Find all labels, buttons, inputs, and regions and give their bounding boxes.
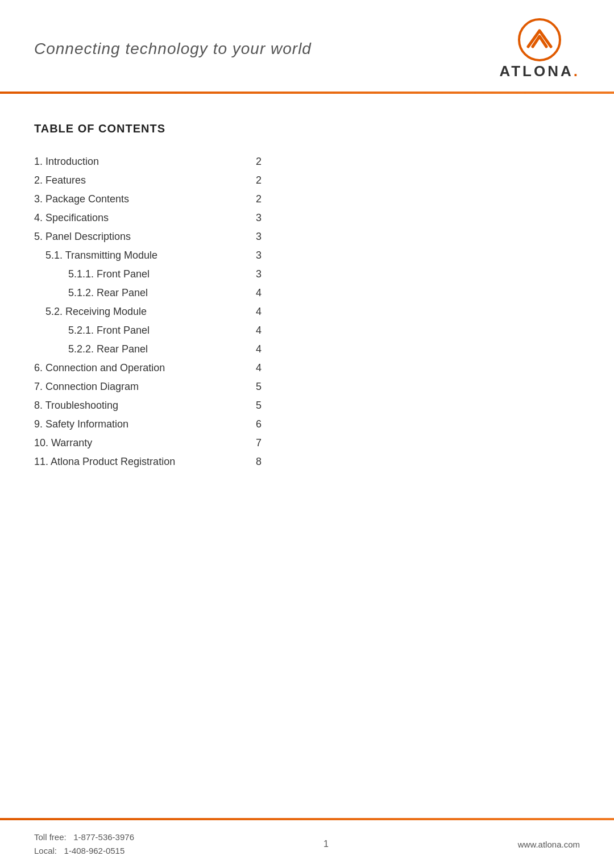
toc-table: 1. Introduction22. Features23. Package C… — [34, 152, 262, 471]
toc-item-page: 5 — [244, 381, 262, 393]
toc-item-page: 4 — [244, 325, 262, 337]
local-label: Local: — [34, 846, 57, 855]
toc-row: 3. Package Contents2 — [34, 190, 262, 209]
toc-item-label: 5.1.2. Rear Panel — [34, 287, 244, 299]
svg-point-0 — [519, 19, 560, 60]
toc-item-page: 5 — [244, 400, 262, 412]
toc-item-label: 5.2.2. Rear Panel — [34, 343, 244, 355]
toll-free-number: 1-877-536-3976 — [73, 832, 134, 842]
toc-item-label: 2. Features — [34, 175, 244, 186]
toc-item-label: 5.1. Transmitting Module — [34, 250, 244, 261]
toc-row: 5.1. Transmitting Module3 — [34, 246, 262, 265]
toc-item-page: 3 — [244, 212, 262, 224]
toc-item-label: 11. Atlona Product Registration — [34, 456, 244, 468]
logo-name: ATLONA — [499, 63, 573, 80]
footer: Toll free: 1-877-536-3976 Local: 1-408-9… — [0, 820, 614, 868]
toc-row: 5.1.1. Front Panel3 — [34, 265, 262, 284]
toc-item-page: 3 — [244, 268, 262, 280]
tagline-text: Connecting technology to your world — [34, 40, 312, 57]
toc-row: 10. Warranty7 — [34, 434, 262, 452]
toc-row: 5.2.2. Rear Panel4 — [34, 340, 262, 359]
local-number: 1-408-962-0515 — [64, 846, 125, 855]
toc-item-page: 2 — [244, 156, 262, 168]
toc-item-label: 6. Connection and Operation — [34, 362, 244, 374]
toc-row: 7. Connection Diagram5 — [34, 377, 262, 396]
footer-page-number: 1 — [323, 839, 329, 849]
header-tagline: Connecting technology to your world — [34, 40, 312, 58]
toll-free-line: Toll free: 1-877-536-3976 — [34, 830, 134, 844]
toc-row: 4. Specifications3 — [34, 209, 262, 227]
toc-item-page: 4 — [244, 362, 262, 374]
toc-row: 9. Safety Information6 — [34, 415, 262, 434]
toc-item-page: 7 — [244, 437, 262, 449]
toll-free-label: Toll free: — [34, 832, 67, 842]
main-content: TABLE OF CONTENTS 1. Introduction22. Fea… — [0, 94, 614, 818]
toc-item-page: 4 — [244, 343, 262, 355]
toc-item-page: 8 — [244, 456, 262, 468]
toc-item-page: 4 — [244, 287, 262, 299]
header: Connecting technology to your world ATLO… — [0, 0, 614, 92]
toc-item-page: 4 — [244, 306, 262, 318]
atlona-logo-icon — [517, 17, 562, 63]
local-line: Local: 1-408-962-0515 — [34, 844, 134, 858]
toc-row: 11. Atlona Product Registration8 — [34, 452, 262, 471]
toc-row: 5.2. Receiving Module4 — [34, 302, 262, 321]
toc-row: 6. Connection and Operation4 — [34, 359, 262, 377]
toc-item-label: 9. Safety Information — [34, 418, 244, 430]
toc-row: 5.1.2. Rear Panel4 — [34, 284, 262, 302]
toc-row: 5. Panel Descriptions3 — [34, 227, 262, 246]
toc-item-page: 6 — [244, 418, 262, 430]
logo-text: ATLONA. — [499, 63, 580, 80]
toc-row: 5.2.1. Front Panel4 — [34, 321, 262, 340]
logo-area: ATLONA. — [499, 17, 580, 80]
footer-contact: Toll free: 1-877-536-3976 Local: 1-408-9… — [34, 830, 134, 858]
toc-item-label: 4. Specifications — [34, 212, 244, 224]
toc-row: 1. Introduction2 — [34, 152, 262, 171]
toc-title: TABLE OF CONTENTS — [34, 122, 580, 135]
toc-row: 2. Features2 — [34, 171, 262, 190]
toc-item-label: 5.2. Receiving Module — [34, 306, 244, 318]
toc-item-page: 3 — [244, 231, 262, 243]
toc-item-label: 3. Package Contents — [34, 193, 244, 205]
footer-website: www.atlona.com — [518, 840, 580, 849]
page: Connecting technology to your world ATLO… — [0, 0, 614, 868]
logo-text-area: ATLONA. — [499, 63, 580, 80]
toc-row: 8. Troubleshooting5 — [34, 396, 262, 415]
logo-dot: . — [574, 63, 580, 80]
toc-item-label: 5.2.1. Front Panel — [34, 325, 244, 337]
toc-item-label: 5. Panel Descriptions — [34, 231, 244, 243]
toc-item-label: 1. Introduction — [34, 156, 244, 168]
toc-item-page: 2 — [244, 175, 262, 186]
toc-item-page: 3 — [244, 250, 262, 261]
toc-item-page: 2 — [244, 193, 262, 205]
toc-item-label: 10. Warranty — [34, 437, 244, 449]
toc-item-label: 5.1.1. Front Panel — [34, 268, 244, 280]
toc-item-label: 8. Troubleshooting — [34, 400, 244, 412]
toc-item-label: 7. Connection Diagram — [34, 381, 244, 393]
